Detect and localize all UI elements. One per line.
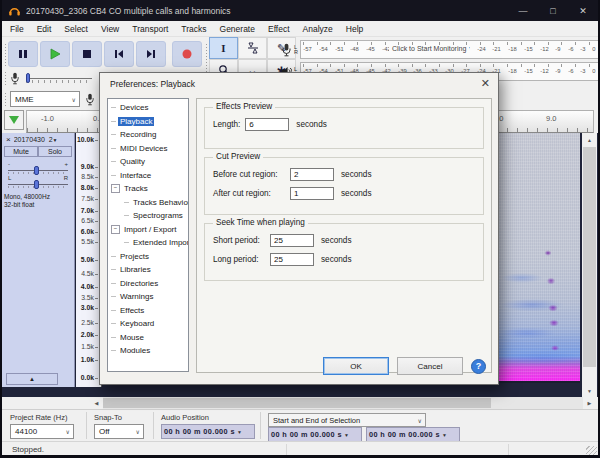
selection-end-field[interactable]: 00 h 00 m 00.000 s▼ <box>366 427 460 442</box>
microphone-icon <box>85 93 95 106</box>
tree-item[interactable]: Warnings <box>108 290 188 304</box>
project-rate-label: Project Rate (Hz) <box>10 413 68 422</box>
long-period-label: Long period: <box>213 255 265 264</box>
menu-item[interactable]: File <box>10 24 24 34</box>
scroll-down-icon[interactable]: ▼ <box>582 384 597 397</box>
dialog-titlebar[interactable]: Preferences: Playback ✕ <box>100 73 498 97</box>
tree-item[interactable]: Tracks <box>108 182 188 196</box>
stop-button[interactable] <box>72 41 102 67</box>
gain-slider-thumb[interactable] <box>34 166 39 175</box>
tree-item[interactable]: Quality <box>108 155 188 169</box>
vertical-scrollbar-thumb[interactable] <box>583 147 596 367</box>
meter-tick-label: -21 <box>493 45 501 51</box>
frequency-label: 5.5k <box>81 238 98 245</box>
tree-item[interactable]: Import / Export <box>108 223 188 237</box>
menu-item[interactable]: View <box>101 24 119 34</box>
solo-button[interactable]: Solo <box>38 146 72 157</box>
tree-item[interactable]: MIDI Devices <box>108 142 188 156</box>
tree-item[interactable]: Devices <box>108 101 188 115</box>
track-close-button[interactable]: × <box>3 135 14 144</box>
help-button[interactable]: ? <box>471 359 486 374</box>
tree-item[interactable]: Interface <box>108 169 188 183</box>
tree-item[interactable]: Playback <box>108 115 188 129</box>
snap-to-select[interactable]: Off∨ <box>94 424 144 439</box>
tree-item[interactable]: Modules <box>108 344 188 358</box>
horizontal-scrollbar[interactable]: ◀ ▶ <box>2 397 598 409</box>
pan-slider[interactable]: LR <box>8 175 68 185</box>
long-period-input[interactable] <box>270 253 314 266</box>
tree-item[interactable]: Libraries <box>108 263 188 277</box>
close-button[interactable]: ✕ <box>568 0 598 21</box>
scroll-left-icon[interactable]: ◀ <box>90 397 103 409</box>
tree-item[interactable]: Directories <box>108 277 188 291</box>
short-period-input[interactable] <box>270 234 314 247</box>
resize-grip[interactable] <box>586 446 597 457</box>
meter-tick-label: 0 <box>592 67 595 73</box>
menu-item[interactable]: Tracks <box>181 24 206 34</box>
after-cut-input[interactable] <box>290 187 334 200</box>
dropdown-icon: ▼ <box>344 432 349 438</box>
frequency-label: 1.0k <box>81 356 98 363</box>
tree-item[interactable]: Keyboard <box>108 317 188 331</box>
recording-volume-thumb[interactable] <box>26 73 30 83</box>
microphone-icon <box>10 72 20 85</box>
monitoring-prompt[interactable]: Click to Start Monitoring <box>389 45 469 52</box>
tree-item[interactable]: Effects <box>108 304 188 318</box>
track-name-menu[interactable]: 20170430_2▼ <box>14 136 73 143</box>
recording-meter-scale[interactable]: -57-54-51-48-45-42-39-36-33-30-27-24-21-… <box>300 40 599 59</box>
minimize-button[interactable]: — <box>508 0 538 21</box>
menu-item[interactable]: Effect <box>268 24 290 34</box>
mute-button[interactable]: Mute <box>4 146 38 157</box>
timeline-options-button[interactable] <box>4 110 24 130</box>
length-input[interactable] <box>245 118 289 131</box>
after-cut-label: After cut region: <box>213 189 285 198</box>
selection-start-field[interactable]: 00 h 00 m 00.000 s▼ <box>268 427 362 442</box>
cancel-button[interactable]: Cancel <box>397 357 463 375</box>
vertical-scrollbar[interactable]: ▲ ▼ <box>582 133 597 397</box>
pause-button[interactable] <box>8 41 38 67</box>
device-grip[interactable] <box>4 92 7 106</box>
menu-item[interactable]: Select <box>64 24 88 34</box>
tree-item[interactable]: Tracks Behaviors <box>108 196 188 210</box>
dialog-close-button[interactable]: ✕ <box>481 77 490 90</box>
tree-item[interactable]: Mouse <box>108 331 188 345</box>
tree-item[interactable]: Spectrograms <box>108 209 188 223</box>
recording-volume-slider[interactable] <box>26 78 92 79</box>
skip-to-end-button[interactable] <box>136 41 166 67</box>
envelope-tool[interactable] <box>238 37 267 59</box>
record-button[interactable] <box>172 41 202 67</box>
audio-position-field[interactable]: 00 h 00 m 00.000 s▼ <box>161 424 255 439</box>
play-button[interactable] <box>40 41 70 67</box>
toolbar-grip[interactable] <box>4 43 7 67</box>
frequency-label: 10.0k <box>77 136 98 143</box>
mixer-grip[interactable] <box>4 71 7 85</box>
menu-item[interactable]: Analyze <box>303 24 333 34</box>
selection-format-select[interactable]: Start and End of Selection∨ <box>268 413 426 427</box>
tree-item[interactable]: Extended Import <box>108 236 188 250</box>
pan-slider-thumb[interactable] <box>34 180 39 189</box>
maximize-button[interactable]: □ <box>538 0 568 21</box>
ok-button[interactable]: OK <box>323 357 389 375</box>
project-rate-select[interactable]: 44100∨ <box>10 424 74 439</box>
unit-label: seconds <box>296 120 327 129</box>
selection-toolbar: Project Rate (Hz) 44100∨ Snap-To Off∨ Au… <box>2 409 598 441</box>
scroll-up-icon[interactable]: ▲ <box>582 133 597 146</box>
track-collapse-button[interactable]: ▲ <box>6 373 58 385</box>
tree-item[interactable]: Recording <box>108 128 188 142</box>
tree-item[interactable]: Projects <box>108 250 188 264</box>
frequency-label: 3.0k <box>81 304 98 311</box>
menu-item[interactable]: Help <box>346 24 363 34</box>
preferences-content: Effects Preview Length: seconds Cut Prev… <box>196 98 492 373</box>
audio-host-select[interactable]: MME ∨ <box>10 91 80 107</box>
gain-slider[interactable]: -+ <box>8 161 68 171</box>
recording-meter-toolbar[interactable]: LR -57-54-51-48-45-42-39-36-33-30-27-24-… <box>281 39 599 60</box>
menu-item[interactable]: Generate <box>220 24 255 34</box>
before-cut-input[interactable] <box>290 168 334 181</box>
skip-to-start-button[interactable] <box>104 41 134 67</box>
selection-tool[interactable]: I <box>209 37 238 59</box>
scroll-right-icon[interactable]: ▶ <box>583 397 596 409</box>
menu-item[interactable]: Edit <box>37 24 52 34</box>
menu-item[interactable]: Transport <box>132 24 168 34</box>
horizontal-scrollbar-thumb[interactable] <box>103 398 491 408</box>
timeline-label: 9.0 <box>546 114 556 123</box>
